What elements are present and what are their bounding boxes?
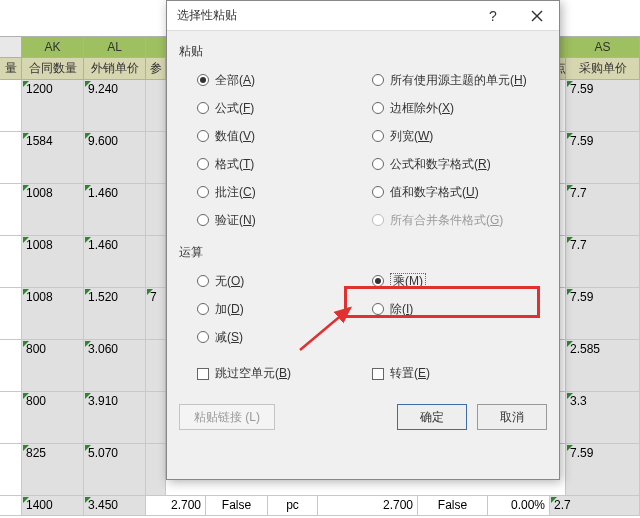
paste-radio-T[interactable]: 格式(T) bbox=[197, 150, 372, 178]
highlight-box bbox=[344, 286, 540, 318]
radio-label: 公式和数字格式(R) bbox=[390, 156, 491, 173]
radio-icon bbox=[197, 186, 209, 198]
paste-radio-C[interactable]: 批注(C) bbox=[197, 178, 372, 206]
radio-label: 所有合并条件格式(G) bbox=[390, 212, 503, 229]
paste-link-button: 粘贴链接 (L) bbox=[179, 404, 275, 430]
radio-icon bbox=[197, 214, 209, 226]
radio-label: 格式(T) bbox=[215, 156, 254, 173]
paste-radio-F[interactable]: 公式(F) bbox=[197, 94, 372, 122]
radio-label: 边框除外(X) bbox=[390, 100, 454, 117]
radio-icon bbox=[197, 158, 209, 170]
field-header-3: 参 bbox=[146, 58, 166, 80]
checkbox-icon bbox=[372, 368, 384, 380]
paste-radio-H[interactable]: 所有使用源主题的单元(H) bbox=[372, 66, 547, 94]
help-button[interactable]: ? bbox=[471, 1, 515, 31]
radio-icon bbox=[372, 214, 384, 226]
radio-label: 列宽(W) bbox=[390, 128, 433, 145]
paste-radio-V[interactable]: 数值(V) bbox=[197, 122, 372, 150]
paste-radio-G: 所有合并条件格式(G) bbox=[372, 206, 547, 234]
radio-icon bbox=[372, 102, 384, 114]
radio-label: 公式(F) bbox=[215, 100, 254, 117]
radio-icon bbox=[197, 331, 209, 343]
col-header-as[interactable]: AS bbox=[566, 36, 640, 58]
group-paste-label: 粘贴 bbox=[179, 43, 547, 60]
skip-blanks-checkbox[interactable]: 跳过空单元(B) bbox=[179, 365, 372, 382]
radio-icon bbox=[372, 158, 384, 170]
dialog-title: 选择性粘贴 bbox=[177, 7, 471, 24]
field-header-1: 合同数量 bbox=[22, 58, 84, 80]
paste-radio-X[interactable]: 边框除外(X) bbox=[372, 94, 547, 122]
radio-icon bbox=[197, 130, 209, 142]
ok-button[interactable]: 确定 bbox=[397, 404, 467, 430]
field-header-9: 采购单价 bbox=[566, 58, 640, 80]
paste-radio-U[interactable]: 值和数字格式(U) bbox=[372, 178, 547, 206]
field-header-0: 量 bbox=[0, 58, 22, 80]
radio-label: 全部(A) bbox=[215, 72, 255, 89]
paste-radio-A[interactable]: 全部(A) bbox=[197, 66, 372, 94]
radio-label: 所有使用源主题的单元(H) bbox=[390, 72, 527, 89]
col-header-ak[interactable]: AK bbox=[22, 36, 84, 58]
col-header-blank[interactable] bbox=[0, 36, 22, 58]
bottom-row: 1400 3.450 2.700 False pc 2.700 False 0.… bbox=[0, 496, 640, 516]
radio-icon bbox=[197, 102, 209, 114]
radio-label: 值和数字格式(U) bbox=[390, 184, 479, 201]
radio-label: 批注(C) bbox=[215, 184, 256, 201]
radio-icon bbox=[197, 74, 209, 86]
radio-label: 加(D) bbox=[215, 301, 244, 318]
field-header-2: 外销单价 bbox=[84, 58, 146, 80]
op-radio-S[interactable]: 减(S) bbox=[197, 323, 372, 351]
paste-radio-R[interactable]: 公式和数字格式(R) bbox=[372, 150, 547, 178]
radio-label: 数值(V) bbox=[215, 128, 255, 145]
radio-icon bbox=[372, 186, 384, 198]
group-op-label: 运算 bbox=[179, 244, 547, 261]
close-button[interactable] bbox=[515, 1, 559, 31]
radio-icon bbox=[372, 74, 384, 86]
radio-icon bbox=[197, 275, 209, 287]
col-header-al[interactable]: AL bbox=[84, 36, 146, 58]
paste-special-dialog: 选择性粘贴 ? 粘贴 全部(A)公式(F)数值(V)格式(T)批注(C)验证(N… bbox=[166, 0, 560, 480]
radio-label: 无(O) bbox=[215, 273, 244, 290]
title-bar[interactable]: 选择性粘贴 ? bbox=[167, 1, 559, 31]
paste-radio-N[interactable]: 验证(N) bbox=[197, 206, 372, 234]
cancel-button[interactable]: 取消 bbox=[477, 404, 547, 430]
paste-radio-W[interactable]: 列宽(W) bbox=[372, 122, 547, 150]
transpose-checkbox[interactable]: 转置(E) bbox=[372, 365, 547, 382]
close-icon bbox=[531, 10, 543, 22]
radio-icon bbox=[197, 303, 209, 315]
radio-label: 减(S) bbox=[215, 329, 243, 346]
radio-label: 验证(N) bbox=[215, 212, 256, 229]
checkbox-icon bbox=[197, 368, 209, 380]
radio-icon bbox=[372, 130, 384, 142]
